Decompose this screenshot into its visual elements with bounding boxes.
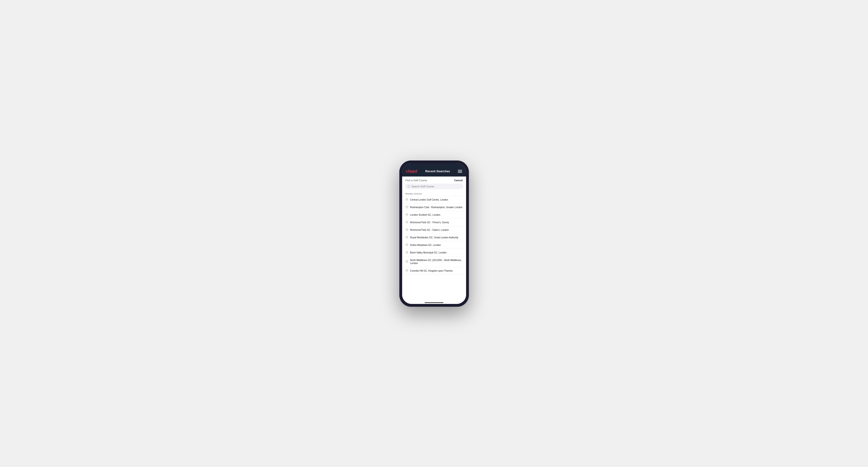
course-name: Roehampton Club - Roehampton, Greater Lo…	[410, 206, 463, 209]
course-name: Brent Valley Municipal GC, London	[410, 251, 447, 254]
svg-point-4	[406, 214, 407, 215]
course-name: Dukes Meadows GC, London	[410, 244, 441, 247]
course-name: North Middlesex GC (1011942 - North Midd…	[410, 259, 463, 265]
course-name: Royal Wimbledon GC, Great London Authori…	[410, 236, 459, 239]
cancel-button[interactable]: Cancel	[454, 179, 463, 182]
svg-point-5	[406, 222, 407, 222]
location-pin-icon	[405, 236, 408, 239]
home-indicator	[402, 301, 466, 304]
phone-frame: clippd Recent Searches Find a Golf Cours…	[399, 160, 469, 307]
svg-point-11	[406, 270, 407, 271]
svg-point-9	[406, 252, 407, 253]
search-input[interactable]	[411, 185, 461, 188]
course-item[interactable]: Brent Valley Municipal GC, London	[402, 249, 466, 256]
main-content: Find a Golf Course Cancel Nearby courses	[402, 177, 466, 301]
search-icon	[407, 185, 410, 188]
course-name: Richmond Park GC - Duke's, London	[410, 228, 449, 231]
course-item[interactable]: London Scottish GC, London	[402, 211, 466, 219]
location-pin-icon	[405, 228, 408, 231]
location-pin-icon	[405, 198, 408, 201]
course-name: Central London Golf Centre, London	[410, 198, 448, 201]
search-box	[405, 184, 463, 189]
search-container	[402, 184, 466, 191]
course-item[interactable]: Coombe Hill GC, Kingston upon Thames	[402, 267, 466, 275]
nearby-header: Nearby courses	[402, 191, 466, 196]
course-list: Central London Golf Centre, London Roeha…	[402, 196, 466, 275]
menu-line-2	[458, 171, 462, 172]
location-pin-icon	[405, 269, 408, 272]
course-item[interactable]: North Middlesex GC (1011942 - North Midd…	[402, 256, 466, 267]
menu-line-3	[458, 172, 462, 173]
svg-point-2	[406, 199, 407, 200]
find-label: Find a Golf Course	[405, 179, 427, 182]
app-logo: clippd	[406, 169, 417, 174]
location-pin-icon	[405, 206, 408, 209]
menu-line-1	[458, 170, 462, 170]
svg-point-10	[406, 261, 407, 262]
location-pin-icon	[405, 244, 408, 246]
home-bar	[425, 302, 443, 303]
menu-icon[interactable]	[458, 170, 462, 173]
location-pin-icon	[405, 251, 408, 254]
svg-point-6	[406, 229, 407, 230]
svg-point-7	[406, 237, 407, 238]
course-item[interactable]: Central London Golf Centre, London	[402, 196, 466, 204]
svg-point-8	[406, 245, 407, 245]
course-name: London Scottish GC, London	[410, 213, 440, 216]
location-pin-icon	[405, 221, 408, 224]
svg-point-3	[406, 207, 407, 208]
nav-bar: clippd Recent Searches	[402, 166, 466, 177]
nav-title: Recent Searches	[425, 169, 450, 173]
course-name: Richmond Park GC - Prince's, Surrey	[410, 221, 449, 224]
course-name: Coombe Hill GC, Kingston upon Thames	[410, 269, 453, 272]
course-item[interactable]: Roehampton Club - Roehampton, Greater Lo…	[402, 204, 466, 211]
course-item[interactable]: Dukes Meadows GC, London	[402, 241, 466, 249]
nearby-courses-section: Nearby courses Central London Golf Centr…	[402, 191, 466, 301]
status-bar	[402, 163, 466, 166]
course-item[interactable]: Richmond Park GC - Prince's, Surrey	[402, 219, 466, 226]
svg-line-1	[409, 187, 410, 187]
find-bar: Find a Golf Course Cancel	[402, 177, 466, 184]
location-pin-icon	[405, 260, 408, 263]
course-item[interactable]: Richmond Park GC - Duke's, London	[402, 226, 466, 234]
location-pin-icon	[405, 213, 408, 216]
phone-screen: clippd Recent Searches Find a Golf Cours…	[402, 163, 466, 304]
course-item[interactable]: Royal Wimbledon GC, Great London Authori…	[402, 234, 466, 241]
